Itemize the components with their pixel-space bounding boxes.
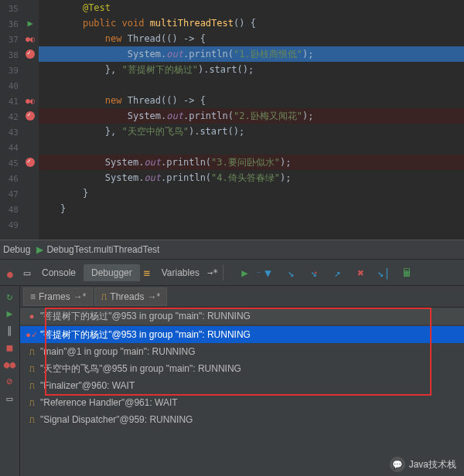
run-to-cursor-icon[interactable]: ↘| bbox=[377, 266, 391, 280]
stop-program-icon[interactable]: ■ bbox=[3, 340, 17, 354]
code-line[interactable]: System.out.println("4.倚头答春绿"); bbox=[39, 170, 464, 185]
debugger-toolbar: ● ▭ Console Debugger ≡ Variables →* ▶ ▼_… bbox=[0, 260, 464, 286]
thread-row[interactable]: ●✓"菩提树下的杨过"@953 in group "main": RUNNING bbox=[20, 326, 464, 343]
code-line[interactable]: System.out.println("1.卧枝商恨低"); bbox=[39, 46, 464, 62]
watermark: 💬 Java技术栈 bbox=[390, 457, 456, 472]
tab-frames[interactable]: ≡ Frames →* bbox=[23, 287, 93, 306]
code-line[interactable]: System.out.println("2.卧梅又闻花"); bbox=[39, 108, 464, 124]
evaluate-icon[interactable]: 🖩 bbox=[400, 266, 414, 280]
threads-list[interactable]: ●✓"菩提树下的杨过"@953 in group "main": RUNNING… bbox=[20, 325, 464, 476]
step-out-icon[interactable]: ↗ bbox=[330, 266, 344, 280]
stop-icon[interactable]: ● bbox=[3, 267, 17, 281]
code-line[interactable] bbox=[39, 77, 464, 93]
tab-variables[interactable]: Variables bbox=[154, 264, 207, 281]
code-line[interactable]: } bbox=[39, 201, 464, 216]
settings-icon[interactable]: ▭ bbox=[3, 391, 17, 405]
code-content[interactable]: @Test public void multiThreadTest() { ne… bbox=[39, 0, 464, 240]
code-line[interactable]: public void multiThreadTest() { bbox=[39, 15, 464, 31]
rerun-icon[interactable]: ↻ bbox=[3, 289, 17, 303]
thread-row[interactable]: ⎍"Signal Dispatcher"@959: RUNNING bbox=[20, 411, 464, 428]
threads-icon: ⎍ bbox=[101, 291, 107, 302]
code-line[interactable]: System.out.println("3.要问卧似水"); bbox=[39, 155, 464, 170]
variables-icon[interactable]: ≡ bbox=[140, 266, 154, 280]
thread-selector[interactable]: ● "菩提树下的杨过"@953 in group "main": RUNNING bbox=[20, 308, 464, 325]
debug-tool-window-header[interactable]: Debug ▶ DebugTest.multiThreadTest bbox=[0, 240, 464, 260]
code-editor[interactable]: 353637383940414243444546474849 ▶●◐●◐ @Te… bbox=[0, 0, 464, 240]
resume-icon[interactable]: ▶ bbox=[237, 266, 251, 280]
line-number-gutter: 353637383940414243444546474849 bbox=[0, 0, 22, 240]
pause-icon[interactable]: ∥ bbox=[3, 323, 17, 337]
code-line[interactable]: new Thread(() -> { bbox=[39, 31, 464, 46]
thread-row[interactable]: ⎍"天空中的飞鸟"@955 in group "main": RUNNING bbox=[20, 360, 464, 377]
step-over-icon[interactable]: ▼_ bbox=[261, 266, 275, 280]
thread-row[interactable]: ⎍"main"@1 in group "main": RUNNING bbox=[20, 343, 464, 360]
debug-run-icon: ▶ bbox=[36, 244, 43, 255]
debug-label: Debug bbox=[3, 244, 30, 255]
tab-threads[interactable]: ⎍ Threads →* bbox=[94, 287, 167, 306]
frames-threads-tabs: ≡ Frames →* ⎍ Threads →* bbox=[20, 286, 464, 308]
code-line[interactable]: new Thread(() -> { bbox=[39, 93, 464, 108]
tab-debugger[interactable]: Debugger bbox=[84, 264, 140, 281]
breakpoints-icon[interactable]: ●● bbox=[3, 357, 17, 371]
thread-row[interactable]: ⎍"Finalizer"@960: WAIT bbox=[20, 377, 464, 394]
breakpoint-icon: ● bbox=[26, 311, 37, 321]
layout-icon[interactable]: ▭ bbox=[20, 266, 34, 280]
debug-side-toolbar: ↻ ▶ ∥ ■ ●● ⊘ ▭ bbox=[0, 286, 20, 476]
code-line[interactable]: @Test bbox=[39, 0, 464, 15]
resume-program-icon[interactable]: ▶ bbox=[3, 306, 17, 320]
drop-frame-icon[interactable]: ✖ bbox=[353, 266, 367, 280]
step-into-icon[interactable]: ↘ bbox=[284, 266, 298, 280]
wechat-icon: 💬 bbox=[390, 457, 405, 472]
frames-icon: ≡ bbox=[30, 291, 36, 302]
code-line[interactable] bbox=[39, 216, 464, 232]
mute-breakpoints-icon[interactable]: ⊘ bbox=[3, 374, 17, 388]
code-line[interactable]: } bbox=[39, 185, 464, 201]
step-toolbar: ▶ ▼_ ↘ ↘▸ ↗ ✖ ↘| 🖩 bbox=[237, 266, 414, 280]
thread-row[interactable]: ⎍"Reference Handler"@961: WAIT bbox=[20, 394, 464, 411]
code-line[interactable] bbox=[39, 139, 464, 155]
tab-console[interactable]: Console bbox=[34, 264, 84, 281]
force-step-into-icon[interactable]: ↘▸ bbox=[307, 266, 321, 280]
debug-config-name: DebugTest.multiThreadTest bbox=[46, 244, 159, 255]
code-line[interactable]: }, "天空中的飞鸟").start(); bbox=[39, 124, 464, 139]
current-thread-label: "菩提树下的杨过"@953 in group "main": RUNNING bbox=[40, 310, 251, 323]
breakpoint-gutter[interactable]: ▶●◐●◐ bbox=[22, 0, 39, 240]
code-line[interactable]: }, "菩提树下的杨过").start(); bbox=[39, 62, 464, 77]
